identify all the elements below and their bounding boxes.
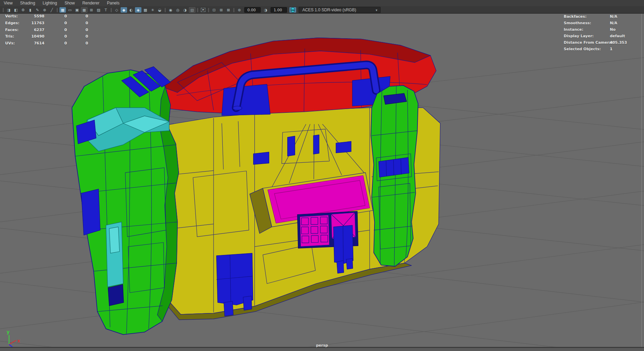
menu-view[interactable]: View	[0, 0, 16, 6]
menu-renderer[interactable]: Renderer	[79, 0, 103, 6]
menu-panels[interactable]: Panels	[103, 0, 123, 6]
hud-toggle-button[interactable]: T	[102, 7, 109, 13]
menu-show[interactable]: Show	[61, 0, 79, 6]
grid-toggle-button[interactable]: ▦	[59, 7, 66, 13]
gate-mask-icon: ■	[82, 8, 86, 12]
marker-icon: ╱	[51, 8, 53, 12]
toolbar-separator	[57, 8, 58, 12]
wireframe-icon: ◇	[115, 8, 118, 12]
pan-zoom-icon: ⊕	[43, 8, 46, 12]
wireframe-on-shaded-button[interactable]: ◈	[135, 7, 141, 13]
camera-select-icon: ◨	[7, 8, 10, 12]
ambient-occlusion-button[interactable]: ◉	[167, 7, 174, 13]
bookmark-button[interactable]: ▮	[27, 7, 33, 13]
film-gate-button[interactable]: ▭	[67, 7, 73, 13]
hud-toggle-icon: T	[105, 8, 107, 12]
chevron-down-icon: ▾	[373, 8, 380, 12]
camera-settings-icon: ⚙	[22, 8, 25, 12]
exposure-field[interactable]: 0.00	[244, 7, 261, 13]
hud-tris-col2: 0	[57, 34, 67, 39]
camera-attributes-icon: ◑	[183, 8, 187, 12]
toolbar-separator	[111, 8, 112, 12]
gate-mask-button[interactable]: ■	[81, 7, 87, 13]
film-gate-icon: ▭	[68, 8, 71, 12]
contrast-icon: ◑	[264, 8, 268, 12]
menu-lighting[interactable]: Lighting	[39, 0, 61, 6]
hud-faces-total: 6237	[14, 28, 44, 32]
color-management-toggle[interactable]: ON	[289, 7, 296, 13]
field-chart-icon: ⊞	[90, 8, 93, 12]
background-gradient-button[interactable]: ▧	[189, 7, 195, 13]
gamma-field[interactable]: 1.00	[271, 7, 287, 13]
pan-zoom-button[interactable]: ⊕	[41, 7, 48, 13]
maya-viewport-panel: y x z View Shading Lighting Show Rendere…	[0, 0, 644, 351]
background-gradient-icon: ▧	[190, 8, 194, 12]
isolate-select-icon: ⊡	[213, 8, 216, 12]
hud-verts-col3: 0	[78, 14, 88, 18]
wireframe-button[interactable]: ◇	[113, 7, 120, 13]
hud-uvs-col3: 0	[78, 41, 88, 45]
menu-shading[interactable]: Shading	[16, 0, 39, 6]
hud-edges-col3: 0	[78, 21, 88, 25]
bookmark-icon: ▮	[29, 8, 31, 12]
hud-smoothness-value: N/A	[610, 21, 617, 25]
hud-distance-label: Distance From Camera:	[564, 40, 613, 45]
isolate-remove-icon: ⊠	[227, 8, 230, 12]
hud-tris-total: 10490	[14, 34, 44, 39]
shadows-button[interactable]: ◒	[156, 7, 163, 13]
isolate-add-icon: ⊞	[220, 8, 223, 12]
use-all-lights-icon: ✳	[151, 8, 154, 12]
motion-blur-button[interactable]: ◎	[175, 7, 181, 13]
hud-uvs-total: 7614	[14, 41, 44, 45]
hud-backfaces-value: N/A	[610, 14, 617, 19]
hud-selected-objects-label: Selected Objects:	[564, 47, 601, 51]
hud-edges-total: 11763	[14, 21, 44, 25]
hud-smoothness-label: Smoothness:	[564, 21, 591, 25]
image-plane-icon: ▨	[97, 8, 100, 12]
camera-attributes-button[interactable]: ◑	[182, 7, 188, 13]
camera-name-label: persp	[316, 343, 328, 348]
exposure-button[interactable]: ⊛	[236, 7, 243, 13]
resolution-gate-button[interactable]: ▣	[74, 7, 80, 13]
textured-button[interactable]: ▩	[142, 7, 149, 13]
axis-x-label: x	[17, 338, 20, 343]
smooth-shade-button[interactable]: ◆	[121, 7, 127, 13]
panel-toolbar: ◨ ◧ ⚙ ▮ ✎ ⊕ ╱ ▦ ▭ ▣ ■ ⊞ ▨ T ◇ ◆ ◐ ◈ ▩ ✳ …	[0, 7, 644, 14]
image-plane-button[interactable]: ▨	[95, 7, 102, 13]
marker-button[interactable]: ╱	[49, 7, 55, 13]
flat-shade-button[interactable]: ◐	[128, 7, 134, 13]
isolate-select-button[interactable]: ⊡	[211, 7, 217, 13]
exposure-value: 0.00	[245, 8, 256, 12]
hud-instance-value: No	[610, 27, 616, 32]
toolbox-model	[72, 38, 440, 335]
use-all-lights-button[interactable]: ✳	[149, 7, 156, 13]
hud-tris-col3: 0	[78, 34, 88, 39]
camera-lock-button[interactable]: ◧	[13, 7, 19, 13]
viewport-canvas[interactable]: y x z	[0, 0, 644, 351]
grease-pencil-icon: ✎	[36, 8, 39, 12]
exposure-icon: ⊛	[238, 8, 241, 12]
on-badge-label: ON	[291, 9, 294, 11]
wireframe-on-shaded-icon: ◈	[137, 8, 139, 12]
hud-uvs-col2: 0	[57, 41, 67, 45]
field-chart-button[interactable]: ⊞	[88, 7, 95, 13]
textured-icon: ▩	[143, 8, 147, 12]
smooth-shade-icon: ◆	[122, 8, 125, 12]
hud-display-layer-value: default	[610, 34, 625, 38]
gamma-value: 1.00	[271, 8, 282, 12]
object-selection-button[interactable]: ➤	[200, 7, 206, 13]
camera-select-button[interactable]: ◨	[5, 7, 12, 13]
axis-y-label: y	[6, 329, 10, 335]
camera-settings-button[interactable]: ⚙	[20, 7, 26, 13]
bumper-right-green	[371, 85, 418, 266]
toolbar-separator	[208, 8, 209, 12]
panel-menubar: View Shading Lighting Show Renderer Pane…	[0, 0, 644, 7]
colorspace-dropdown[interactable]: ACES 1.0 SDR-video (sRGB) ▾	[299, 7, 381, 13]
isolate-add-button[interactable]: ⊞	[218, 7, 224, 13]
hud-backfaces-label: Backfaces:	[564, 14, 587, 19]
toolbar-separator	[233, 8, 234, 12]
grease-pencil-button[interactable]: ✎	[34, 7, 41, 13]
isolate-remove-button[interactable]: ⊠	[225, 7, 232, 13]
hud-faces-col3: 0	[78, 28, 88, 32]
contrast-button[interactable]: ◑	[262, 7, 269, 13]
